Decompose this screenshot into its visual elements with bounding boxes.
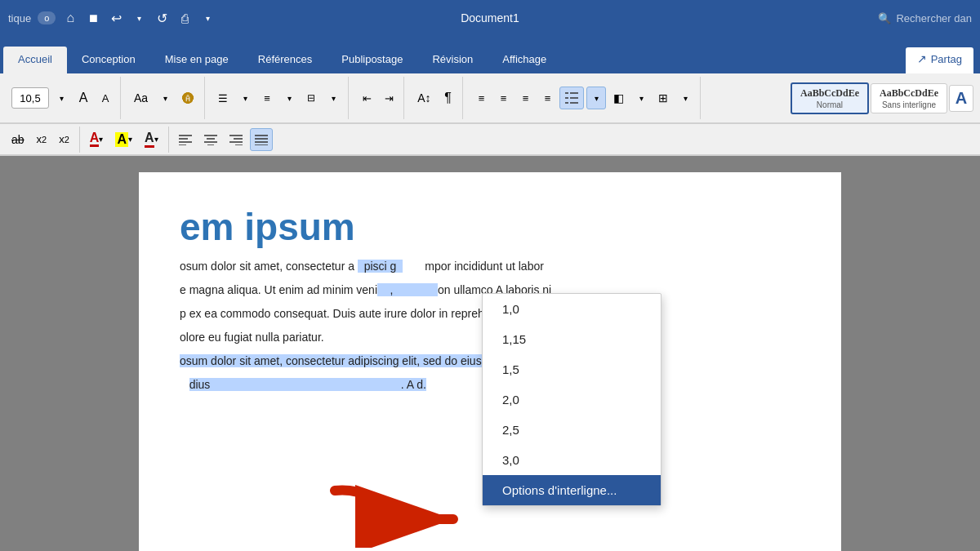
subscript-btn[interactable]: x2 xyxy=(32,128,52,151)
highlight-btn[interactable]: A ▾ xyxy=(110,128,137,151)
justify-btn[interactable]: ≡ xyxy=(537,87,557,109)
styles-panel: AaBbCcDdEe Normal AaBbCcDdEe Sans interl… xyxy=(791,82,973,114)
tab-publipostage[interactable]: Publipostage xyxy=(327,47,417,73)
spacing-1-15[interactable]: 1,15 xyxy=(483,324,661,354)
tab-affichage[interactable]: Affichage xyxy=(488,47,561,73)
spacing-2-5[interactable]: 2,5 xyxy=(483,415,661,445)
redo-icon[interactable]: ↺ xyxy=(154,10,170,26)
title-bar: tique o ⌂ ■ ↩ ▾ ↺ ⎙ ▾ Document1 🔍 Recher… xyxy=(0,0,980,36)
document-area: em ipsum osum dolor sit amet, consectetu… xyxy=(0,156,980,551)
toolbar-row-1: ▾ A A Aa ▾ 🅐 ☰ ▾ ≡ ▾ ⊟ ▾ ⇤ ⇥ A↕ ¶ xyxy=(0,73,980,124)
align-right-btn[interactable]: ≡ xyxy=(515,87,535,109)
clear-format-btn[interactable]: 🅐 xyxy=(177,87,199,109)
search-icon: 🔍 xyxy=(878,12,891,24)
title-bar-center: Document1 xyxy=(329,11,650,24)
shading-chevron[interactable]: ▾ xyxy=(631,87,651,109)
style-sans-interligne[interactable]: AaBbCcDdEe Sans interligne xyxy=(871,83,947,113)
save-icon[interactable]: ■ xyxy=(85,10,101,26)
superscript-btn[interactable]: x2 xyxy=(54,128,74,151)
spacing-2-0[interactable]: 2,0 xyxy=(483,384,661,415)
search-placeholder[interactable]: Rechercher dan xyxy=(896,12,972,24)
undo-icon[interactable]: ↩ xyxy=(108,10,124,26)
aa-group: Aa ▾ 🅐 xyxy=(124,77,205,119)
increase-indent-btn[interactable]: ⇥ xyxy=(379,87,399,109)
line-spacing-chevron[interactable]: ▾ xyxy=(586,87,606,109)
share-icon: ↗ xyxy=(917,52,927,65)
font-size-input[interactable] xyxy=(11,87,49,109)
align-left-btn[interactable]: ≡ xyxy=(471,87,491,109)
tab-conception[interactable]: Conception xyxy=(67,47,150,73)
aa-btn[interactable]: Aa xyxy=(129,87,153,109)
app-name: tique xyxy=(8,12,31,24)
lists-group: ☰ ▾ ≡ ▾ ⊟ ▾ xyxy=(208,77,349,119)
ribbon-tabs: Accueil Conception Mise en page Référenc… xyxy=(0,36,980,73)
font-color-chevron[interactable]: ▾ xyxy=(99,135,103,144)
highlight-chevron[interactable]: ▾ xyxy=(128,135,132,144)
divider-2 xyxy=(168,127,169,153)
multilevel-btn[interactable]: ⊟ xyxy=(301,87,321,109)
ribbon-toolbar-2: ab x2 x2 A ▾ A ▾ A ▾ xyxy=(0,124,980,155)
highlighted-text-1: pisci g xyxy=(358,260,403,273)
text-color-a: A xyxy=(145,131,154,148)
align-center-btn[interactable]: ≡ xyxy=(493,87,513,109)
title-bar-left: tique o ⌂ ■ ↩ ▾ ↺ ⎙ ▾ xyxy=(8,10,329,26)
font-size-group: ▾ A A xyxy=(7,77,121,119)
font-size-chevron[interactable]: ▾ xyxy=(51,87,71,109)
style-sans-label: Sans interligne xyxy=(880,100,938,109)
style-normal[interactable]: AaBbCcDdEe Normal xyxy=(791,82,869,114)
numbered-list-btn[interactable]: ≡ xyxy=(257,87,277,109)
style-sans-sample: AaBbCcDdEe xyxy=(880,87,938,100)
border-chevron[interactable]: ▾ xyxy=(675,87,695,109)
justify-btn2[interactable] xyxy=(250,128,273,151)
paragraph-mark-btn[interactable]: ¶ xyxy=(438,87,457,109)
style-normal-label: Normal xyxy=(800,100,859,109)
bullet-chevron[interactable]: ▾ xyxy=(235,87,255,109)
aa-chevron[interactable]: ▾ xyxy=(155,87,175,109)
bullet-list-btn[interactable]: ☰ xyxy=(213,87,233,109)
home-icon[interactable]: ⌂ xyxy=(62,10,78,26)
style-normal-sample: AaBbCcDdEe xyxy=(800,87,859,100)
align-left-btn2[interactable] xyxy=(174,128,197,151)
print-chevron[interactable]: ▾ xyxy=(199,10,216,26)
title-bar-right: 🔍 Rechercher dan xyxy=(651,12,972,24)
numbered-chevron[interactable]: ▾ xyxy=(279,87,299,109)
doc-title: Document1 xyxy=(461,11,519,24)
spacing-3-0[interactable]: 3,0 xyxy=(483,445,661,475)
line-spacing-dropdown: 1,0 1,15 1,5 2,0 2,5 3,0 Options d'inter… xyxy=(482,293,662,506)
undo-chevron[interactable]: ▾ xyxy=(131,10,147,26)
tab-mise-en-page[interactable]: Mise en page xyxy=(150,47,243,73)
toolbar-row-2: ab x2 x2 A ▾ A ▾ A ▾ xyxy=(0,124,980,156)
highlighted-text-4: dius . A d. xyxy=(189,378,426,391)
para-1: osum dolor sit amet, consectetur a pisci… xyxy=(180,258,800,275)
style-more[interactable]: A xyxy=(949,85,973,112)
toggle-btn[interactable]: o xyxy=(38,11,56,24)
share-button[interactable]: ↗ Partag xyxy=(906,47,973,73)
text-color-chevron[interactable]: ▾ xyxy=(154,135,158,144)
shading-btn[interactable]: ◧ xyxy=(608,87,629,109)
align-center-btn2[interactable] xyxy=(199,128,222,151)
tab-accueil[interactable]: Accueil xyxy=(3,47,67,73)
multilevel-chevron[interactable]: ▾ xyxy=(323,87,343,109)
font-shrink-btn[interactable]: A xyxy=(96,87,115,109)
text-color-btn[interactable]: A ▾ xyxy=(140,128,163,151)
spacing-options[interactable]: Options d'interligne... xyxy=(483,475,661,505)
tab-references[interactable]: Références xyxy=(243,47,327,73)
font-color-btn[interactable]: A ▾ xyxy=(85,128,109,151)
spacing-1-5[interactable]: 1,5 xyxy=(483,354,661,384)
border-btn[interactable]: ⊞ xyxy=(653,87,673,109)
strikethrough-btn[interactable]: ab xyxy=(7,128,29,151)
font-color-a: A xyxy=(90,131,100,147)
spacing-1-0[interactable]: 1,0 xyxy=(483,294,661,324)
divider-1 xyxy=(79,127,80,153)
highlight-a: A xyxy=(115,132,128,147)
tab-revision[interactable]: Révision xyxy=(417,47,488,73)
ribbon-toolbar-1: ▾ A A Aa ▾ 🅐 ☰ ▾ ≡ ▾ ⊟ ▾ ⇤ ⇥ A↕ ¶ xyxy=(0,73,980,123)
doc-heading: em ipsum xyxy=(180,205,800,250)
line-spacing-btn[interactable] xyxy=(559,87,584,109)
print-icon[interactable]: ⎙ xyxy=(176,10,193,26)
font-grow-btn[interactable]: A xyxy=(74,87,93,109)
sort-btn[interactable]: A↕ xyxy=(412,87,435,109)
decrease-indent-btn[interactable]: ⇤ xyxy=(357,87,376,109)
align-right-btn2[interactable] xyxy=(225,128,247,151)
indent-group: ⇤ ⇥ xyxy=(352,77,404,119)
